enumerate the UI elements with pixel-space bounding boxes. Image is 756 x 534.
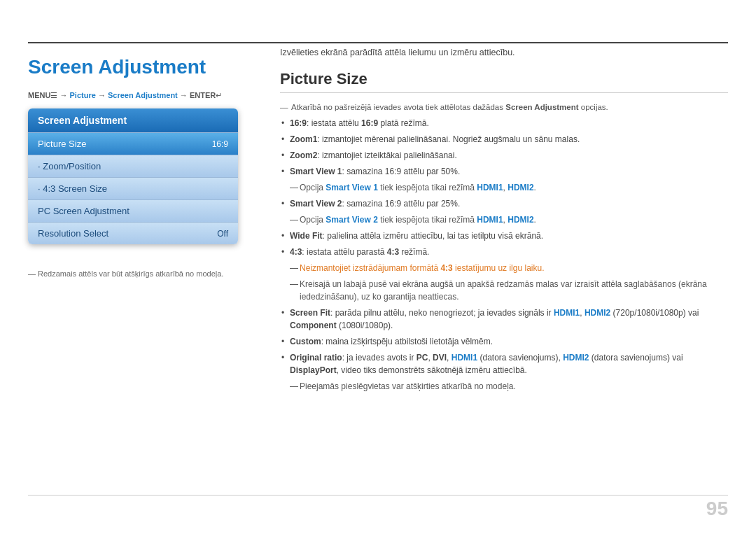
panel-item-picture-size[interactable]: Picture Size 16:9 xyxy=(28,132,238,155)
list-item: 4:3: iestata attēlu parastā 4:3 režīmā. xyxy=(280,246,728,258)
top-note: Atkarībā no pašreizējā ievades avota tie… xyxy=(280,103,728,111)
intro-text: Izvēlieties ekrānā parādītā attēla lielu… xyxy=(280,42,728,57)
section-title: Picture Size xyxy=(280,70,728,93)
breadcrumb-arrow3: → xyxy=(180,91,190,99)
list-item: Original ratio: ja ievades avots ir PC, … xyxy=(280,351,728,377)
content-area: Izvēlieties ekrānā parādītā attēla lielu… xyxy=(280,42,728,396)
list-item: Smart View 2: samazina 16:9 attēlu par 2… xyxy=(280,197,728,210)
breadcrumb-enter: ENTER↵ xyxy=(190,91,222,99)
list-item: Screen Fit: parāda pilnu attēlu, neko ne… xyxy=(280,307,728,332)
list-item: 16:9: iestata attēlu 16:9 platā režīmā. xyxy=(280,117,728,129)
list-item: Wide Fit: palielina attēla izmēru attiec… xyxy=(280,230,728,242)
panel-header: Screen Adjustment xyxy=(28,108,238,132)
panel-item-value: Off xyxy=(217,229,228,239)
panel-item-43-screen[interactable]: · 4:3 Screen Size xyxy=(28,177,238,199)
list-item-sub: Opcija Smart View 2 tiek iespējota tikai… xyxy=(280,213,728,226)
panel-item-label: · Zoom/Position xyxy=(38,161,101,171)
list-item: Custom: maina izšķirtspēju atbilstoši li… xyxy=(280,335,728,348)
list-item-sub: Opcija Smart View 1 tiek iespējota tikai… xyxy=(280,181,728,194)
bullet-list: 16:9: iestata attēlu 16:9 platā režīmā. … xyxy=(280,117,728,393)
breadcrumb-arrow1: → xyxy=(59,91,69,99)
page-number: 95 xyxy=(706,498,728,520)
list-item: Smart View 1: samazina 16:9 attēlu par 5… xyxy=(280,165,728,178)
panel-note: — Redzamais attēls var būt atšķirīgs atk… xyxy=(28,269,223,278)
page-title: Screen Adjustment xyxy=(28,56,206,78)
list-item-sub: Pieejamās pieslēgvietas var atšķirties a… xyxy=(280,380,728,393)
breadcrumb-screen-adjustment[interactable]: Screen Adjustment xyxy=(108,91,178,99)
panel-item-label: · 4:3 Screen Size xyxy=(38,183,107,194)
list-item-sub: Neizmantojiet izstrādājumam formātā 4:3 … xyxy=(280,262,728,274)
breadcrumb-picture[interactable]: Picture xyxy=(70,91,96,99)
panel-item-value: 16:9 xyxy=(212,139,228,149)
list-item: Zoom2: izmantojiet izteiktākai palielinā… xyxy=(280,149,728,162)
list-item: Zoom1: izmantojiet mērenai palielināšana… xyxy=(280,133,728,146)
bottom-divider xyxy=(28,495,728,496)
breadcrumb: MENU☰ → Picture → Screen Adjustment → EN… xyxy=(28,91,222,100)
adjustment-panel: Screen Adjustment Picture Size 16:9 · Zo… xyxy=(28,108,238,244)
panel-item-label: Resolution Select xyxy=(38,228,108,239)
panel-item-resolution[interactable]: Resolution Select Off xyxy=(28,222,238,244)
panel-item-label: Picture Size xyxy=(38,139,86,149)
breadcrumb-arrow2: → xyxy=(98,91,108,99)
list-item-sub2: Kreisajā un labajā pusē vai ekrāna augšā… xyxy=(280,278,728,303)
menu-label: MENU☰ xyxy=(28,91,57,99)
panel-item-zoom-position[interactable]: · Zoom/Position xyxy=(28,155,238,177)
panel-item-pc-screen[interactable]: PC Screen Adjustment xyxy=(28,199,238,222)
panel-item-label: PC Screen Adjustment xyxy=(38,206,130,216)
